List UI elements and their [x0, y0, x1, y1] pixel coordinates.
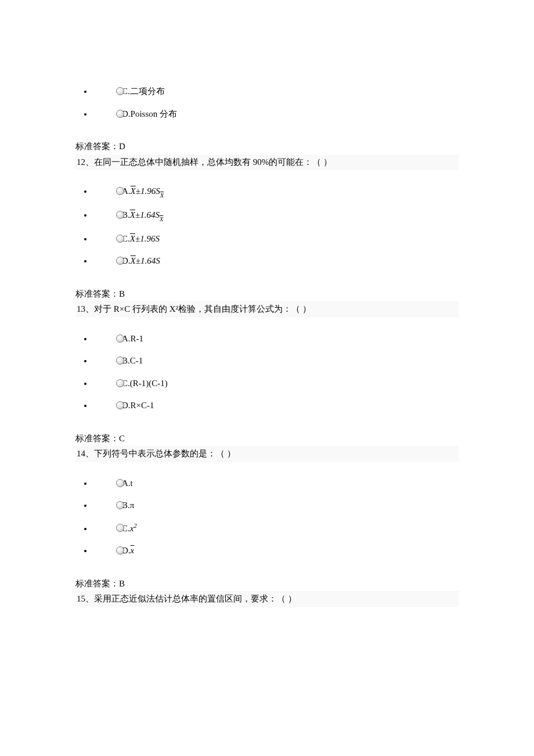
- option-D[interactable]: D.X±1.64S: [93, 250, 459, 272]
- option-D[interactable]: D.x: [93, 539, 459, 562]
- radio-icon[interactable]: [116, 211, 124, 219]
- answer-label: 标准答案：: [75, 434, 119, 443]
- answer-line: 标准答案：C: [75, 431, 459, 447]
- question-14: 14、下列符号中表示总体参数的是：（ ）: [75, 446, 459, 462]
- question-13: 13、对于 R×C 行列表的 X²检验，其自由度计算公式为：（ ）: [75, 301, 459, 317]
- radio-icon[interactable]: [116, 401, 124, 409]
- q11-options: C.二项分布 D.Poisson 分布: [75, 80, 459, 125]
- option-label: D.X±1.64S: [122, 256, 160, 265]
- radio-icon[interactable]: [116, 87, 124, 95]
- option-B[interactable]: B.π: [93, 494, 459, 517]
- answer-line: 标准答案：D: [75, 139, 459, 154]
- option-label: A.X±1.96SX: [122, 186, 164, 196]
- option-label: B.X±1.64SX: [122, 210, 163, 219]
- option-B[interactable]: B.C-1: [93, 350, 459, 372]
- option-label: A.R-1: [122, 334, 143, 343]
- radio-icon[interactable]: [116, 479, 124, 487]
- option-C[interactable]: C.(R-1)(C-1): [93, 372, 459, 395]
- answer-label: 标准答案：: [75, 579, 119, 588]
- q12-options: A.X±1.96SX B.X±1.64SX C.X±1.96S D.X±1.64…: [75, 180, 459, 272]
- answer-label: 标准答案：: [75, 289, 119, 298]
- option-A[interactable]: A.R-1: [93, 327, 459, 350]
- radio-icon[interactable]: [116, 187, 124, 195]
- radio-icon[interactable]: [116, 334, 124, 343]
- answer-label: 标准答案：: [75, 142, 119, 151]
- question-15: 15、采用正态近似法估计总体率的置信区间，要求：（ ）: [75, 591, 459, 607]
- q14-options: A.t B.π C.x2 D.x: [75, 472, 459, 562]
- radio-icon[interactable]: [116, 546, 124, 555]
- answer-line: 标准答案：B: [75, 286, 459, 302]
- answer-value: D: [119, 142, 125, 151]
- option-D[interactable]: D.R×C-1: [93, 394, 459, 417]
- option-B[interactable]: B.X±1.64SX: [93, 204, 459, 228]
- option-label: C.(R-1)(C-1): [122, 379, 168, 388]
- radio-icon[interactable]: [116, 379, 124, 387]
- radio-icon[interactable]: [116, 110, 124, 118]
- radio-icon[interactable]: [116, 501, 124, 509]
- radio-icon[interactable]: [116, 257, 124, 265]
- option-label: D.R×C-1: [122, 401, 154, 410]
- radio-icon[interactable]: [116, 235, 124, 243]
- question-12: 12、在同一正态总体中随机抽样，总体均数有 90%的可能在：（ ）: [75, 154, 459, 170]
- option-C[interactable]: C.X±1.96S: [93, 228, 459, 250]
- option-D[interactable]: D.Poisson 分布: [93, 103, 459, 125]
- option-A[interactable]: A.t: [93, 472, 459, 495]
- option-label: D.Poisson 分布: [122, 109, 177, 118]
- option-label: C.二项分布: [122, 87, 165, 96]
- radio-icon[interactable]: [116, 357, 124, 365]
- radio-icon[interactable]: [116, 524, 124, 532]
- answer-line: 标准答案：B: [75, 576, 459, 592]
- answer-value: B: [119, 289, 125, 298]
- option-C[interactable]: C.x2: [93, 517, 459, 540]
- option-C[interactable]: C.二项分布: [93, 80, 459, 103]
- option-A[interactable]: A.X±1.96SX: [93, 180, 459, 204]
- answer-value: B: [119, 579, 125, 588]
- q13-options: A.R-1 B.C-1 C.(R-1)(C-1) D.R×C-1: [75, 327, 459, 417]
- option-label: B.C-1: [122, 356, 143, 365]
- answer-value: C: [119, 434, 125, 443]
- option-label: C.X±1.96S: [122, 234, 160, 243]
